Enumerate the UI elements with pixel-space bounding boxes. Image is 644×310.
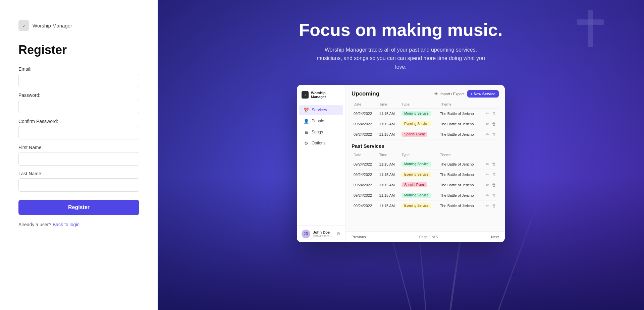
- first-name-field[interactable]: [18, 152, 139, 166]
- confirm-password-field[interactable]: [18, 126, 139, 139]
- col-actions-upcoming: [481, 101, 499, 109]
- upcoming-title: Upcoming: [352, 90, 379, 97]
- cell-time: 11:15 AM: [377, 108, 400, 119]
- pagination-previous-button[interactable]: Previous: [352, 235, 366, 239]
- password-label: Password:: [18, 92, 139, 98]
- app-logo-row: ♪ Worship Manager: [297, 91, 345, 105]
- page-title: Register: [18, 43, 67, 57]
- cell-date: 09/24/2022: [352, 190, 377, 200]
- user-email: john@example.com: [313, 234, 334, 238]
- sidebar-item-options[interactable]: ⚙ Options: [299, 138, 343, 148]
- delete-button[interactable]: 🗑: [491, 172, 497, 178]
- upcoming-table: Date Time Type Theme 09/24/2022 11:15 AM…: [352, 101, 499, 140]
- edit-button[interactable]: ✏: [485, 111, 490, 117]
- cell-date: 09/24/2022: [352, 169, 377, 180]
- edit-button[interactable]: ✏: [485, 192, 490, 198]
- edit-button[interactable]: ✏: [485, 161, 490, 167]
- left-panel: ♪ Worship Manager Register Email: Passwo…: [0, 0, 158, 310]
- cell-date: 09/24/2022: [352, 129, 377, 139]
- options-icon: ⚙: [304, 141, 309, 146]
- table-row: 09/24/2022 11:15 AM Special Event The Ba…: [352, 180, 499, 190]
- last-name-field[interactable]: [18, 178, 139, 192]
- edit-button[interactable]: ✏: [485, 172, 490, 178]
- cell-theme: The Battle of Jericho: [438, 159, 481, 169]
- back-to-login-link[interactable]: Back to login: [53, 222, 79, 227]
- user-name: John Doe: [313, 230, 334, 234]
- type-badge: Special Event: [401, 182, 427, 187]
- delete-button[interactable]: 🗑: [491, 131, 497, 137]
- edit-button[interactable]: ✏: [485, 182, 490, 188]
- cell-time: 11:15 AM: [377, 159, 400, 169]
- delete-button[interactable]: 🗑: [491, 192, 497, 198]
- confirm-password-group: Confirm Password:: [18, 119, 139, 139]
- cell-type: Evening Service: [399, 200, 438, 211]
- sidebar-item-people[interactable]: 👤 People: [299, 116, 343, 126]
- confirm-password-label: Confirm Password:: [18, 119, 139, 124]
- sidebar-people-label: People: [312, 119, 324, 123]
- settings-icon[interactable]: ⚙: [336, 231, 340, 236]
- sidebar-user: JD John Doe john@example.com ⚙: [297, 225, 345, 242]
- delete-button[interactable]: 🗑: [491, 182, 497, 188]
- app-logo-text: Worship Manager: [311, 91, 340, 99]
- table-row: 09/24/2022 11:15 AM Morning Service The …: [352, 190, 499, 200]
- type-badge: Special Event: [401, 132, 427, 137]
- right-content: Focus on making music. Worship Manager t…: [158, 0, 644, 242]
- type-badge: Morning Service: [401, 193, 431, 198]
- cell-date: 09/24/2022: [352, 119, 377, 129]
- import-export-icon: 👁: [434, 92, 438, 96]
- avatar: JD: [302, 230, 310, 238]
- past-table: Date Time Type Theme 09/24/2022 11:15 AM…: [352, 151, 499, 211]
- app-main: Upcoming 👁 Import / Export + New Service: [345, 85, 505, 242]
- last-name-label: Last Name:: [18, 171, 139, 176]
- edit-button[interactable]: ✏: [485, 121, 490, 127]
- cell-theme: The Battle of Jericho: [438, 129, 481, 139]
- cell-time: 11:15 AM: [377, 129, 400, 139]
- cell-actions: ✏ 🗑: [481, 190, 499, 200]
- cell-time: 11:15 AM: [377, 200, 400, 211]
- sidebar-songs-label: Songs: [312, 130, 323, 134]
- import-export-button[interactable]: 👁 Import / Export: [434, 92, 464, 96]
- cell-date: 09/24/2022: [352, 200, 377, 211]
- delete-button[interactable]: 🗑: [491, 111, 497, 117]
- calendar-icon: 📅: [304, 108, 309, 113]
- cell-time: 11:15 AM: [377, 180, 400, 190]
- email-group: Email:: [18, 66, 139, 87]
- delete-button[interactable]: 🗑: [491, 161, 497, 167]
- col-actions-past: [481, 151, 499, 159]
- delete-button[interactable]: 🗑: [491, 203, 497, 209]
- cell-actions: ✏ 🗑: [481, 108, 499, 119]
- cell-type: Special Event: [399, 180, 438, 190]
- new-service-button[interactable]: + New Service: [467, 90, 499, 98]
- cell-date: 09/24/2022: [352, 159, 377, 169]
- col-type-upcoming: Type: [399, 101, 438, 109]
- email-field[interactable]: [18, 74, 139, 87]
- sidebar-item-songs[interactable]: 🖥 Songs: [299, 127, 343, 137]
- edit-button[interactable]: ✏: [485, 203, 490, 209]
- edit-button[interactable]: ✏: [485, 131, 490, 137]
- register-button[interactable]: Register: [18, 200, 139, 215]
- pagination-info: Page 1 of 5: [419, 235, 438, 239]
- password-field[interactable]: [18, 100, 139, 113]
- cell-theme: The Battle of Jericho: [438, 119, 481, 129]
- first-name-group: First Name:: [18, 145, 139, 166]
- sidebar-options-label: Options: [312, 141, 325, 145]
- table-row: 09/24/2022 11:15 AM Special Event The Ba…: [352, 129, 499, 139]
- table-row: 09/24/2022 11:15 AM Morning Service The …: [352, 108, 499, 119]
- table-row: 09/24/2022 11:15 AM Morning Service The …: [352, 159, 499, 169]
- col-theme-past: Theme: [438, 151, 481, 159]
- sidebar-item-services[interactable]: 📅 Services: [299, 105, 343, 115]
- cell-time: 11:15 AM: [377, 169, 400, 180]
- cell-type: Evening Service: [399, 119, 438, 129]
- logo-icon: ♪: [18, 20, 29, 31]
- people-icon: 👤: [304, 119, 309, 124]
- cell-time: 11:15 AM: [377, 190, 400, 200]
- already-user-label: Already a user?: [18, 222, 51, 227]
- music-icon: ♪: [22, 22, 25, 28]
- cell-date: 09/24/2022: [352, 108, 377, 119]
- pagination-next-button[interactable]: Next: [491, 235, 499, 239]
- user-info: John Doe john@example.com: [313, 230, 334, 238]
- delete-button[interactable]: 🗑: [491, 121, 497, 127]
- password-group: Password:: [18, 92, 139, 113]
- cell-type: Morning Service: [399, 190, 438, 200]
- col-date-upcoming: Date: [352, 101, 377, 109]
